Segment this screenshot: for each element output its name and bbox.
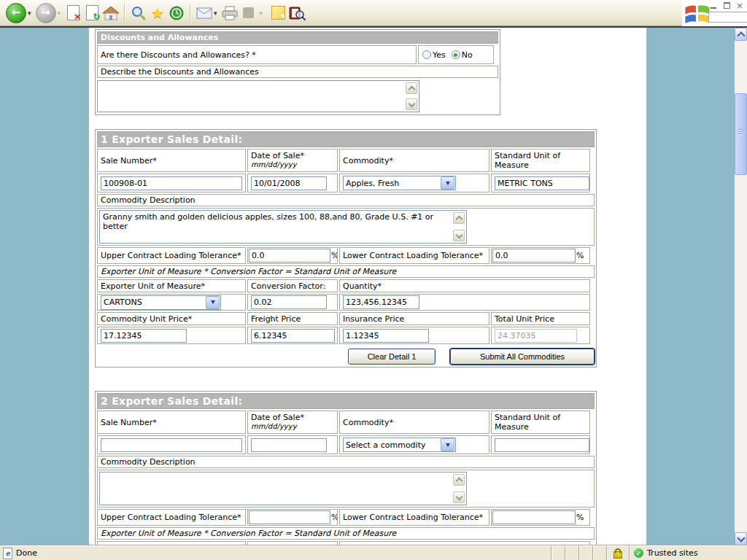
scrollbar-thumb[interactable] — [735, 93, 747, 175]
quantity-input[interactable] — [343, 295, 419, 309]
textarea-scroll-up-icon[interactable] — [406, 82, 417, 94]
section-1-header: 1 Exporter Sales Detail: — [97, 131, 595, 147]
discounts-header: Discounts and Allowances — [97, 31, 498, 44]
textarea-scroll-down-icon[interactable] — [453, 230, 465, 241]
commodity-description-label: Commodity Description — [97, 456, 595, 468]
standard-unit-input[interactable] — [495, 438, 589, 452]
history-button[interactable] — [167, 3, 186, 23]
discounts-radio-group: Yes No — [418, 45, 494, 64]
scroll-down-button[interactable] — [735, 532, 747, 545]
close-button[interactable]: × — [735, 1, 744, 9]
commodity-unit-price-label: Commodity Unit Price* — [97, 312, 246, 325]
statusbar-segment — [592, 546, 606, 560]
search-icon — [131, 5, 147, 21]
yes-label: Yes — [433, 50, 446, 60]
page-document-icon: e — [3, 548, 12, 559]
lower-tolerance-input[interactable] — [492, 249, 576, 262]
mail-icon — [196, 7, 212, 19]
refresh-icon: ↻ — [86, 5, 98, 20]
commodity-unit-price-input[interactable] — [101, 329, 187, 343]
edit-dropdown-icon: ▾ — [260, 9, 263, 17]
commodity-description-textarea[interactable]: Granny smith and golden delicious apples… — [99, 210, 467, 244]
total-unit-price-label: Total Unit Price — [491, 312, 590, 325]
commodity-description-textarea[interactable] — [99, 472, 467, 505]
insurance-price-input[interactable] — [343, 329, 429, 343]
history-icon — [169, 5, 185, 21]
date-of-sale-label: Date of Sale*mm/dd/yyyy — [247, 149, 338, 172]
sale-number-label: Sale Number* — [97, 411, 246, 434]
exporter-unit-select[interactable]: CARTONS — [101, 295, 221, 310]
print-button[interactable] — [220, 3, 239, 23]
textarea-scroll-down-icon[interactable] — [406, 98, 417, 110]
mail-button[interactable]: ▾ — [195, 1, 219, 25]
textarea-scroll-up-icon[interactable] — [453, 474, 465, 486]
research-icon — [288, 5, 306, 21]
discounts-no-radio[interactable]: No — [452, 50, 473, 60]
radio-selected-icon — [452, 50, 460, 59]
forward-dropdown-icon: ▾ — [58, 9, 61, 17]
date-of-sale-input[interactable] — [251, 438, 327, 452]
statusbar-segment — [578, 546, 592, 560]
status-pane: e Done — [0, 546, 551, 560]
research-button[interactable] — [287, 3, 306, 23]
date-format-hint: mm/dd/yyyy — [251, 422, 297, 430]
clear-detail-1-button[interactable]: Clear Detail 1 — [348, 349, 436, 365]
security-zone-pane[interactable]: ✓ Trusted sites — [629, 546, 747, 560]
commodity-description-cell — [97, 470, 595, 508]
section-2-header: 2 Exporter Sales Detail: — [97, 393, 595, 409]
sale-number-input[interactable] — [101, 438, 242, 452]
page-viewport: Discounts and Allowances Are there Disco… — [0, 28, 747, 545]
browser-toolbar: ← ▾ → ▾ × ↻ ★ — [0, 0, 747, 26]
restore-button[interactable] — [722, 1, 731, 9]
back-button[interactable]: ← ▾ — [4, 1, 33, 25]
exporter-unit-label: Exporter Unit of Measure* — [97, 279, 246, 292]
total-unit-price-input — [495, 329, 577, 343]
vertical-scrollbar[interactable] — [735, 28, 747, 545]
home-button[interactable] — [101, 3, 120, 23]
scroll-up-button[interactable] — [735, 28, 747, 41]
date-of-sale-input[interactable] — [251, 176, 327, 190]
chevron-down-icon — [441, 176, 454, 190]
trusted-zone-icon: ✓ — [634, 548, 643, 558]
conversion-factor-input[interactable] — [251, 295, 327, 309]
panel-edge-box — [708, 12, 747, 23]
lock-icon — [614, 551, 622, 559]
upper-tolerance-input[interactable] — [249, 510, 330, 524]
upper-tolerance-label: Upper Contract Loading Tolerance* — [97, 509, 246, 526]
sale-number-input[interactable] — [101, 176, 242, 190]
percent-sign: % — [576, 513, 584, 522]
security-zone-text: Trusted sites — [647, 548, 698, 558]
discuss-note-icon — [271, 6, 285, 20]
textarea-scroll-up-icon[interactable] — [453, 212, 465, 224]
date-of-sale-label: Date of Sale*mm/dd/yyyy — [247, 411, 338, 434]
discuss-button[interactable] — [268, 3, 287, 23]
favorites-button[interactable]: ★ — [148, 3, 167, 23]
window-controls: × — [709, 1, 744, 9]
commodity-description-text: Granny smith and golden delicious apples… — [103, 212, 433, 231]
submit-all-commodities-button[interactable]: Submit All Commodities — [450, 349, 595, 365]
lower-tolerance-input[interactable] — [492, 510, 576, 524]
security-lock-pane — [606, 546, 629, 560]
refresh-button[interactable]: ↻ — [82, 3, 101, 23]
stop-button[interactable]: × — [63, 3, 82, 23]
search-button[interactable] — [129, 3, 148, 23]
standard-unit-input[interactable] — [495, 176, 589, 190]
discounts-yes-radio[interactable]: Yes — [422, 50, 446, 60]
stop-icon: × — [67, 5, 80, 20]
commodity-description-cell: Granny smith and golden delicious apples… — [97, 208, 595, 246]
textarea-scroll-down-icon[interactable] — [453, 491, 465, 503]
freight-price-input[interactable] — [251, 329, 335, 343]
upper-tolerance-input[interactable] — [249, 249, 330, 262]
commodity-label: Commodity* — [339, 411, 489, 434]
lower-tolerance-label: Lower Contract Loading Tolerance* — [339, 247, 489, 264]
commodity-label: Commodity* — [339, 149, 489, 172]
section-1-buttons: Clear Detail 1 Submit All Commodities — [97, 346, 595, 365]
back-dropdown-icon[interactable]: ▾ — [28, 9, 31, 17]
forward-button[interactable]: → ▾ — [34, 1, 63, 25]
discounts-description-textarea[interactable] — [97, 80, 419, 112]
commodity-select[interactable]: Apples, Fresh — [343, 176, 456, 190]
mail-dropdown-icon[interactable]: ▾ — [214, 9, 217, 17]
exporter-unit-selected-value: CARTONS — [104, 298, 205, 307]
commodity-select[interactable]: Select a commodity — [343, 438, 456, 452]
minimize-button[interactable] — [709, 1, 718, 9]
